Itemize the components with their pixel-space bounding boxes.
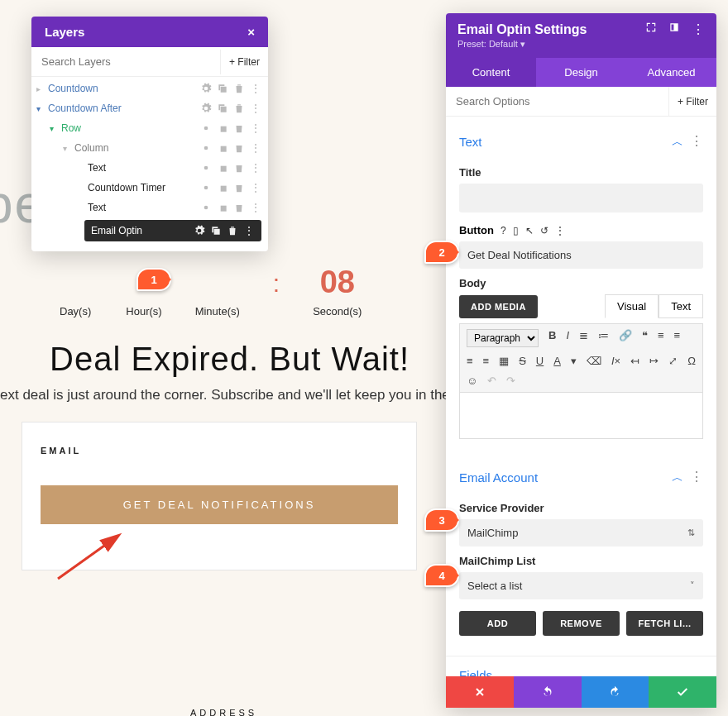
gear-icon bbox=[194, 225, 205, 236]
settings-title: Email Optin Settings bbox=[457, 22, 587, 37]
layer-row[interactable]: ▾Row ⋮ bbox=[31, 118, 268, 138]
omega-icon: Ω bbox=[687, 355, 696, 367]
more-icon: ⋮ bbox=[250, 103, 261, 114]
updown-icon: ⇅ bbox=[687, 527, 695, 538]
text-color-icon: A bbox=[553, 355, 561, 367]
undo-icon: ↶ bbox=[487, 375, 496, 387]
annotation-arrow-icon bbox=[50, 529, 132, 587]
timer-seconds: 08 bbox=[313, 265, 362, 300]
layers-filter-button[interactable]: + Filter bbox=[220, 50, 268, 74]
mode-text[interactable]: Text bbox=[659, 294, 703, 318]
service-provider-select[interactable]: MailChimp⇅ bbox=[459, 519, 703, 547]
remove-button[interactable]: REMOVE bbox=[543, 611, 620, 636]
settings-header[interactable]: Email Optin Settings ⋮ Preset: Default ▾ bbox=[446, 13, 716, 58]
more-icon: ⋮ bbox=[250, 182, 261, 193]
layers-header[interactable]: Layers × bbox=[31, 17, 268, 47]
more-icon: ⋮ bbox=[250, 142, 261, 154]
align-justify-icon: ≡ bbox=[483, 355, 490, 367]
tablet-icon[interactable]: ▯ bbox=[513, 225, 519, 236]
dock-icon[interactable] bbox=[668, 21, 680, 33]
settings-search-input[interactable] bbox=[446, 87, 668, 116]
annotation-badge-2: 2 bbox=[424, 241, 459, 264]
quote-icon: ❝ bbox=[642, 329, 648, 347]
close-icon[interactable]: × bbox=[247, 25, 255, 39]
more-icon[interactable]: ⋮ bbox=[555, 225, 565, 236]
dropdown-icon: ▾ bbox=[571, 355, 577, 367]
title-label: Title bbox=[459, 166, 703, 179]
layer-text-1[interactable]: Text ⋮ bbox=[31, 158, 268, 178]
bold-icon: B bbox=[548, 329, 556, 347]
expand-icon[interactable] bbox=[645, 21, 657, 33]
indent-icon: ↦ bbox=[649, 355, 659, 367]
get-notifications-button[interactable]: GET DEAL NOTIFICATIONS bbox=[41, 485, 398, 524]
layers-search-input[interactable] bbox=[31, 47, 220, 76]
tab-design[interactable]: Design bbox=[536, 58, 626, 87]
duplicate-icon bbox=[217, 202, 228, 213]
gear-icon bbox=[200, 83, 212, 94]
gear-icon bbox=[200, 162, 212, 174]
redo-button[interactable] bbox=[582, 676, 649, 708]
table-icon: ▦ bbox=[499, 355, 509, 367]
help-icon[interactable]: ? bbox=[500, 225, 506, 236]
gear-icon bbox=[200, 103, 212, 114]
service-provider-label: Service Provider bbox=[459, 502, 703, 514]
bullet-list-icon: ≣ bbox=[579, 329, 588, 347]
more-icon[interactable]: ⋮ bbox=[692, 21, 705, 37]
trash-icon bbox=[233, 142, 245, 154]
list-select[interactable]: Select a list˅ bbox=[459, 572, 703, 599]
redo-icon: ↷ bbox=[506, 375, 515, 387]
bottom-action-bar bbox=[446, 676, 716, 708]
section-email-account[interactable]: Email Account ︿⋮ bbox=[459, 461, 703, 494]
section-text[interactable]: Text ︿⋮ bbox=[459, 125, 703, 158]
add-media-button[interactable]: ADD MEDIA bbox=[459, 295, 538, 318]
align-right-icon: ≡ bbox=[467, 355, 473, 367]
undo-button[interactable] bbox=[514, 676, 582, 708]
tab-advanced[interactable]: Advanced bbox=[626, 58, 716, 87]
more-icon: ⋮ bbox=[250, 202, 261, 213]
annotation-badge-1: 1 bbox=[136, 268, 171, 291]
link-icon: 🔗 bbox=[619, 329, 632, 347]
emoji-icon: ☺ bbox=[467, 375, 477, 387]
duplicate-icon bbox=[217, 103, 228, 114]
countdown-timer: 00Day(s) 00Hour(s) 0Minute(s) : 08Second… bbox=[58, 265, 362, 317]
mode-visual[interactable]: Visual bbox=[605, 294, 659, 318]
duplicate-icon bbox=[210, 225, 222, 236]
body-label: Body bbox=[459, 277, 703, 289]
duplicate-icon bbox=[217, 122, 228, 134]
gear-icon bbox=[200, 202, 212, 213]
underline-icon: U bbox=[536, 355, 544, 367]
trash-icon bbox=[233, 103, 245, 114]
tab-content[interactable]: Content bbox=[446, 58, 536, 87]
title-input[interactable] bbox=[459, 184, 703, 212]
timer-separator: : bbox=[273, 265, 280, 298]
rich-text-toolbar[interactable]: Paragraph B I ≣ ≔ 🔗 ❝ ≡ ≡ ≡ ≡ ▦ S U A ▾ … bbox=[459, 323, 703, 393]
layer-countdown-after[interactable]: ▾Countdown After ⋮ bbox=[31, 98, 268, 118]
gear-icon bbox=[200, 182, 212, 193]
hover-icon[interactable]: ↖ bbox=[525, 225, 534, 236]
layer-countdown[interactable]: ▸Countdown ⋮ bbox=[31, 79, 268, 98]
gear-icon bbox=[200, 142, 212, 154]
paragraph-select[interactable]: Paragraph bbox=[467, 329, 539, 347]
settings-filter-button[interactable]: + Filter bbox=[668, 87, 716, 116]
cancel-button[interactable] bbox=[446, 676, 514, 708]
body-editor[interactable] bbox=[459, 393, 703, 439]
button-text-input[interactable]: Get Deal Notifications bbox=[459, 241, 703, 269]
trash-icon bbox=[233, 162, 245, 174]
reset-icon[interactable]: ↺ bbox=[540, 225, 548, 236]
layer-email-optin[interactable]: Email Optin ⋮ bbox=[84, 220, 261, 241]
layer-countdown-timer[interactable]: Countdown Timer ⋮ bbox=[31, 178, 268, 198]
trash-icon bbox=[233, 202, 245, 213]
duplicate-icon bbox=[217, 83, 228, 94]
more-icon: ⋮ bbox=[250, 83, 261, 94]
save-button[interactable] bbox=[649, 676, 716, 708]
layer-text-2[interactable]: Text ⋮ bbox=[31, 198, 268, 217]
section-fields[interactable]: Fields bbox=[459, 660, 703, 676]
settings-body[interactable]: Text ︿⋮ Title Button ? ▯ ↖ ↺ ⋮ Get Deal … bbox=[446, 117, 716, 676]
add-button[interactable]: ADD bbox=[459, 611, 536, 636]
layer-column[interactable]: ▾Column ⋮ bbox=[31, 138, 268, 158]
button-label: Button bbox=[459, 224, 494, 236]
chevron-up-icon: ︿ bbox=[672, 470, 683, 484]
fetch-button[interactable]: FETCH LI... bbox=[626, 611, 703, 636]
preset-label[interactable]: Preset: Default ▾ bbox=[457, 39, 705, 50]
duplicate-icon bbox=[217, 142, 228, 154]
